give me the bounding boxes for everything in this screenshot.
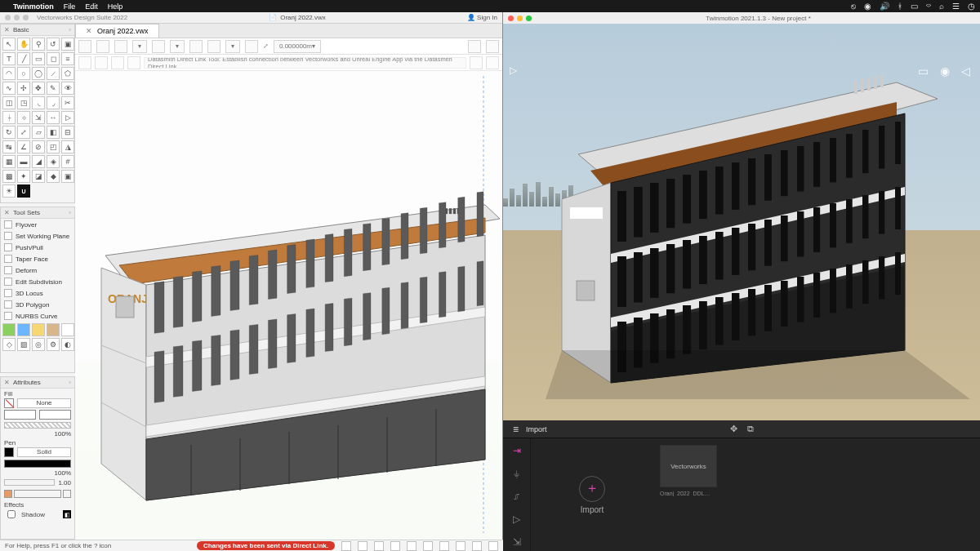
- toolset-3d-locus[interactable]: 3D Locus: [1, 287, 74, 299]
- align-tool[interactable]: ⊟: [61, 126, 74, 139]
- settings-gear-icon[interactable]: [488, 541, 498, 551]
- mode-break-icon[interactable]: [127, 56, 140, 69]
- snap-edge-icon[interactable]: [456, 541, 466, 551]
- traffic-lights[interactable]: [5, 15, 29, 20]
- menu-edit[interactable]: Edit: [85, 2, 98, 11]
- rotate-tool[interactable]: ↻: [2, 126, 16, 139]
- close-icon[interactable]: [5, 15, 11, 20]
- stake-tool[interactable]: ◮: [61, 140, 74, 153]
- snap-tangent-icon[interactable]: [472, 541, 482, 551]
- spiral-tool[interactable]: ✥: [32, 82, 45, 95]
- clip-tool[interactable]: ✂: [61, 96, 74, 109]
- context-category-icon[interactable]: ⏚: [514, 468, 519, 479]
- shadow-checkbox[interactable]: [7, 510, 16, 518]
- settings-category-icon[interactable]: ⎎: [514, 491, 519, 502]
- zoom-in-icon[interactable]: [96, 40, 109, 53]
- mode-sync-icon[interactable]: [95, 56, 108, 69]
- arc-tool[interactable]: ◠: [2, 67, 16, 80]
- pan-tool[interactable]: ✋: [17, 38, 30, 51]
- rect-tool[interactable]: ▭: [32, 52, 45, 65]
- pen-color-swatch[interactable]: [4, 447, 14, 457]
- twinmotion-viewport[interactable]: ▷ ▭ ◉ ◁: [503, 24, 980, 420]
- snap-angle-icon[interactable]: [390, 541, 400, 551]
- basic-3d-toolset-icon[interactable]: ◇: [2, 338, 16, 351]
- polygon-tool[interactable]: ⬠: [61, 67, 74, 80]
- control-center-icon[interactable]: ☰: [952, 0, 960, 12]
- close-icon[interactable]: ✕: [4, 26, 10, 33]
- grid-tool[interactable]: ▩: [2, 170, 16, 183]
- chamfer-tool[interactable]: ◞: [47, 96, 60, 109]
- hamburger-icon[interactable]: ≡: [513, 424, 518, 435]
- media-category-icon[interactable]: ▷: [513, 513, 520, 525]
- macos-menubar[interactable]: Twinmotion File Edit Help ⎋ ◉ 🔊 ᚼ ▭ ⌔ ⌕ …: [0, 0, 980, 12]
- toolset-set-working-plane[interactable]: Set Working Plane: [1, 230, 74, 242]
- sign-in-button[interactable]: 👤 Sign In: [467, 14, 497, 21]
- link-chain-icon[interactable]: ⧉: [747, 424, 754, 434]
- mech-toolset-icon[interactable]: ⚙: [47, 338, 60, 351]
- snap-toggle-icon[interactable]: [341, 541, 351, 551]
- collapse-icon[interactable]: ▫: [69, 379, 71, 386]
- attributes-header[interactable]: ✕ Attributes ▫: [1, 377, 74, 389]
- slab-tool[interactable]: ▬: [17, 155, 30, 168]
- helio-tool[interactable]: ☀: [2, 184, 16, 198]
- pen-weight-slider[interactable]: [4, 479, 55, 486]
- render-select[interactable]: ▾: [225, 40, 240, 53]
- irrigation-toolset-icon[interactable]: ◐: [61, 338, 74, 351]
- line-end-marker[interactable]: [63, 490, 71, 498]
- import-category-icon[interactable]: ⇥: [513, 445, 521, 456]
- eyedropper-tool[interactable]: ✎: [47, 82, 60, 95]
- text-tool[interactable]: T: [2, 52, 16, 65]
- zoom-icon[interactable]: [526, 16, 532, 21]
- section-tool[interactable]: ◪: [32, 170, 45, 183]
- walkthrough-tool[interactable]: ▣: [61, 38, 74, 51]
- radial-dim-tool[interactable]: ⊘: [32, 140, 45, 153]
- more-icon[interactable]: [486, 40, 499, 53]
- north-tool[interactable]: ✦: [17, 170, 30, 183]
- coord-readout[interactable]: 0.000000m ▾: [274, 40, 321, 53]
- line-start-marker[interactable]: [4, 490, 12, 498]
- reshape-tool[interactable]: ◫: [2, 96, 16, 109]
- snap-object-icon[interactable]: [374, 541, 384, 551]
- line-tool[interactable]: ╱: [17, 52, 30, 65]
- symbol-tool[interactable]: ◈: [47, 155, 60, 168]
- toolset-3d-polygon[interactable]: 3D Polygon: [1, 299, 74, 310]
- collapse-icon[interactable]: ▫: [69, 209, 71, 216]
- move-gizmo-icon[interactable]: ✥: [730, 424, 737, 434]
- toolset-taper-face[interactable]: Taper Face: [1, 253, 74, 264]
- pen-type-select[interactable]: Solid: [17, 447, 71, 457]
- menu-help[interactable]: Help: [108, 2, 123, 11]
- mirror-tool[interactable]: ▷: [61, 111, 74, 124]
- minimize-icon[interactable]: [517, 16, 523, 21]
- roof-tool[interactable]: ◢: [32, 155, 45, 168]
- ellipse-tool[interactable]: ◯: [32, 67, 45, 80]
- plane-icon[interactable]: [207, 40, 220, 53]
- minimize-icon[interactable]: [14, 15, 20, 20]
- menu-file[interactable]: File: [64, 2, 76, 11]
- fillet-tool[interactable]: ◟: [32, 96, 45, 109]
- double-line-tool[interactable]: ≡: [61, 52, 74, 65]
- angular-dim-tool[interactable]: ∠: [17, 140, 30, 153]
- view-cube-icon[interactable]: [189, 40, 203, 53]
- fill-opacity-slider[interactable]: [4, 422, 71, 429]
- search-icon[interactable]: ⌕: [939, 0, 944, 12]
- unreal-icon[interactable]: ◉: [864, 0, 871, 12]
- trim-tool[interactable]: ⟊: [2, 111, 16, 124]
- camera-tool[interactable]: ▣: [61, 170, 74, 183]
- fill-none-icon[interactable]: [4, 398, 14, 408]
- shear-tool[interactable]: ▱: [32, 126, 45, 139]
- close-icon[interactable]: ✕: [4, 209, 10, 216]
- snap-smart-icon[interactable]: [423, 541, 433, 551]
- import-plus-button[interactable]: ＋: [579, 476, 605, 502]
- settings-icon[interactable]: [468, 40, 481, 53]
- zoom-icon[interactable]: [23, 15, 29, 20]
- fill-back-swatch[interactable]: [39, 410, 71, 420]
- tool-sets-header[interactable]: ✕ Tool Sets ▫: [1, 207, 74, 219]
- toolset-flyover[interactable]: Flyover: [1, 219, 74, 230]
- export-category-icon[interactable]: ⇲: [513, 536, 521, 548]
- dims-toolset-icon[interactable]: [61, 323, 74, 336]
- number-tool[interactable]: #: [61, 155, 74, 168]
- fill-type-select[interactable]: None: [17, 398, 71, 408]
- toolset-edit-subdivision[interactable]: Edit Subdivision: [1, 276, 74, 287]
- freehand-tool[interactable]: ∿: [2, 82, 16, 95]
- site-toolset-icon[interactable]: [2, 323, 16, 336]
